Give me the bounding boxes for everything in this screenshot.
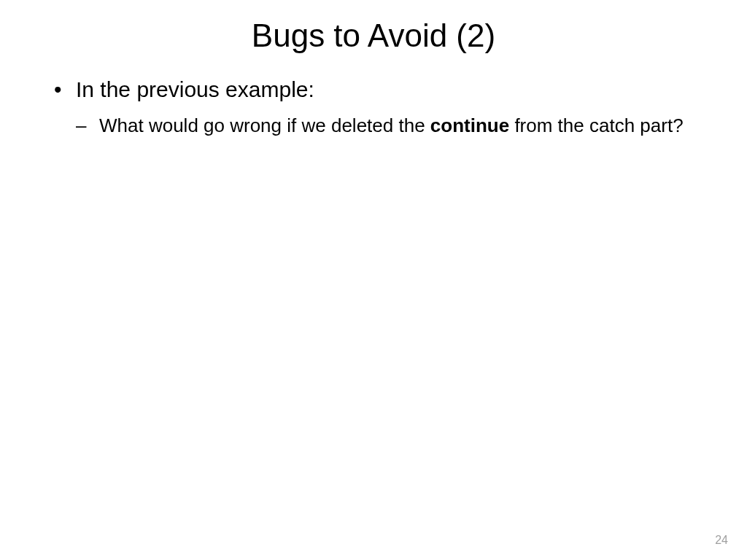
bullet-item-1-text: In the previous example: <box>76 77 314 101</box>
bullet-list-level-2: What would go wrong if we deleted the co… <box>76 114 694 139</box>
page-number: 24 <box>715 534 728 547</box>
slide-content: In the previous example: What would go w… <box>0 76 747 138</box>
bullet-subitem-1-prefix: What would go wrong if we deleted the <box>99 114 430 136</box>
bullet-subitem-1: What would go wrong if we deleted the co… <box>76 114 694 139</box>
slide-title: Bugs to Avoid (2) <box>0 0 747 76</box>
bullet-subitem-1-suffix: from the catch part? <box>509 114 683 136</box>
bullet-subitem-1-bold: continue <box>430 114 509 136</box>
bullet-item-1: In the previous example: What would go w… <box>53 76 694 138</box>
bullet-list-level-1: In the previous example: What would go w… <box>53 76 694 138</box>
